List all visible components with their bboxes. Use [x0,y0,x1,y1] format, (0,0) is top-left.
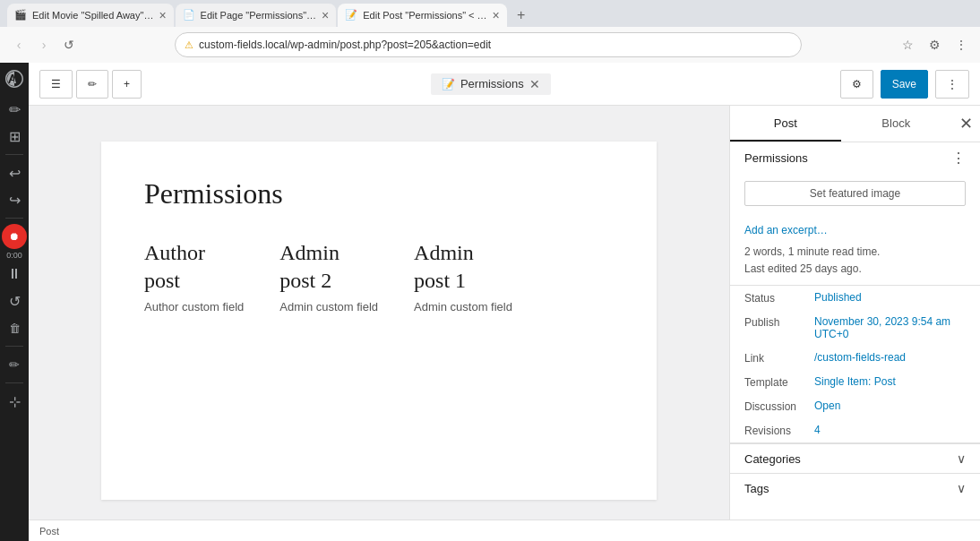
save-button[interactable]: Save [881,70,928,99]
toggle-sidebar-button[interactable]: ☰ [39,70,73,99]
browser-action-buttons: ☆ ⚙ ⋮ [896,33,973,56]
publish-label: Publish [744,315,807,329]
toolbar-undo-button[interactable]: ↩ [2,160,27,185]
extensions-button[interactable]: ⚙ [923,33,946,56]
breadcrumb-tab[interactable]: 📝 Permissions ✕ [431,73,551,95]
tags-collapsible[interactable]: Tags ∨ [730,473,980,502]
url-bar[interactable]: ⚠ custom-fields.local/wp-admin/post.php?… [175,32,802,57]
meta-template: Template Single Item: Post [730,370,980,394]
toolbar-record-button[interactable]: ⏺ [2,224,27,249]
tab-title-2: Edit Page "Permissions"… [201,10,316,21]
block-admin1-heading: Admin post 1 [414,239,512,295]
meta-status: Status Published [730,286,980,310]
forward-button[interactable]: › [32,33,56,56]
add-excerpt-link[interactable]: Add an excerpt… [730,220,980,240]
new-tab-button[interactable]: + [509,4,534,27]
categories-collapsible[interactable]: Categories ∨ [730,443,980,473]
reload-button[interactable]: ↺ [57,33,81,56]
status-bar: Post [29,520,980,541]
tab-title-3: Edit Post "Permissions" < … [363,10,486,21]
toolbar-grid-button[interactable]: ⊞ [2,124,27,149]
block-admin2-subtext: Admin custom field [279,300,378,313]
block-admin1-subtext: Admin custom field [414,300,512,313]
block-author-line1: Author [144,241,205,264]
block-author-line2: post [144,269,180,292]
document-paper: Permissions Author post Author custom fi… [101,142,657,500]
tab-close-3[interactable]: × [493,8,500,22]
publish-value[interactable]: November 30, 2023 9:54 am UTC+0 [814,315,966,340]
status-value[interactable]: Published [814,291,966,304]
meta-publish: Publish November 30, 2023 9:54 am UTC+0 [730,310,980,346]
wp-toolbar: ✏ ⊞ ↩ ↪ ⏺ 0:00 ⏸ ↺ 🗑 ✏ ⊹ [0,63,29,541]
block-author-subtext: Author custom field [144,300,244,313]
toolbar-grid2-button[interactable]: ⊹ [2,389,27,414]
meta-link: Link /custom-fields-read [730,346,980,370]
block-admin1-line2: post 1 [414,269,466,292]
template-label: Template [744,375,807,389]
permissions-header[interactable]: Permissions ⋮ [730,142,980,174]
tab-close-1[interactable]: × [159,8,166,22]
revisions-value[interactable]: 4 [814,424,966,436]
back-button[interactable]: ‹ [7,33,30,56]
permissions-more-icon[interactable]: ⋮ [951,150,966,167]
tools-button[interactable]: ✏ [76,70,108,99]
tab-favicon-3: 📝 [345,9,357,21]
menu-button[interactable]: ⋮ [950,33,973,56]
settings-button[interactable]: ⚙ [840,70,873,99]
template-value[interactable]: Single Item: Post [814,375,966,388]
browser-address-bar: ‹ › ↺ ⚠ custom-fields.local/wp-admin/pos… [0,27,980,63]
block-admin-post2[interactable]: Admin post 2 Admin custom field [279,239,378,313]
discussion-value[interactable]: Open [814,399,966,412]
block-admin2-heading: Admin post 2 [279,239,378,295]
permissions-section-content: Set featured image [730,174,980,220]
link-label: Link [744,351,807,365]
toolbar-delete-button[interactable]: 🗑 [2,315,27,340]
set-featured-image-button[interactable]: Set featured image [744,181,966,206]
toolbar-replay-button[interactable]: ↺ [2,288,27,313]
meta-revisions: Revisions 4 [730,418,980,442]
toolbar-edit-button[interactable]: ✏ [2,352,27,377]
record-time: 0:00 [6,251,22,260]
toolbar-pause-button[interactable]: ⏸ [2,262,27,287]
tab-post[interactable]: Post [730,106,841,142]
editor-topbar: ☰ ✏ + 📝 Permissions ✕ ⚙ Save ⋮ [29,63,980,106]
bookmark-button[interactable]: ☆ [896,33,919,56]
toolbar-redo-button[interactable]: ↪ [2,187,27,212]
main-layout: ✏ ⊞ ↩ ↪ ⏺ 0:00 ⏸ ↺ 🗑 ✏ ⊹ ☰ ✏ + 📝 Permiss… [0,63,980,541]
block-admin-post1[interactable]: Admin post 1 Admin custom field [414,239,512,313]
block-admin1-line1: Admin [414,241,474,264]
tags-label: Tags [744,482,769,495]
link-value[interactable]: /custom-fields-read [814,351,966,364]
browser-chrome: 🎬 Edit Movie "Spilled Away"… × 📄 Edit Pa… [0,0,980,63]
block-admin2-line1: Admin [279,241,340,264]
topbar-right: ⚙ Save ⋮ [840,70,969,99]
tab-favicon-2: 📄 [183,9,195,21]
topbar-left: ☰ ✏ + [39,70,142,99]
permissions-panel: Permissions ⋮ Set featured image Add an … [730,142,980,286]
breadcrumb-close[interactable]: ✕ [529,77,540,91]
categories-chevron-icon: ∨ [957,451,966,466]
sidebar-tabs: Post Block ✕ [730,106,980,142]
permissions-title: Permissions [744,151,808,165]
sidebar-content: Permissions ⋮ Set featured image Add an … [730,142,980,520]
browser-tabs: 🎬 Edit Movie "Spilled Away"… × 📄 Edit Pa… [0,0,980,27]
browser-tab-3[interactable]: 📝 Edit Post "Permissions" < … × [338,4,507,27]
sidebar-close-button[interactable]: ✕ [951,106,980,142]
add-block-button[interactable]: + [112,70,142,99]
tab-close-2[interactable]: × [322,8,329,22]
more-button[interactable]: ⋮ [935,70,969,99]
revisions-label: Revisions [744,424,807,437]
editor-area: ☰ ✏ + 📝 Permissions ✕ ⚙ Save ⋮ [29,63,980,541]
browser-tab-1[interactable]: 🎬 Edit Movie "Spilled Away"… × [7,4,174,27]
block-author-post[interactable]: Author post Author custom field [144,239,244,313]
wp-logo[interactable] [2,66,27,91]
tab-block[interactable]: Block [841,106,952,142]
browser-tab-2[interactable]: 📄 Edit Page "Permissions"… × [176,4,337,27]
content-blocks: Author post Author custom field Admin po… [144,239,614,313]
block-admin2-line2: post 2 [279,269,331,292]
breadcrumb-icon: 📝 [442,78,455,90]
toolbar-pen-button[interactable]: ✏ [2,97,27,122]
discussion-label: Discussion [744,399,807,413]
document-title[interactable]: Permissions [144,177,614,210]
toolbar-divider-1 [5,154,23,155]
